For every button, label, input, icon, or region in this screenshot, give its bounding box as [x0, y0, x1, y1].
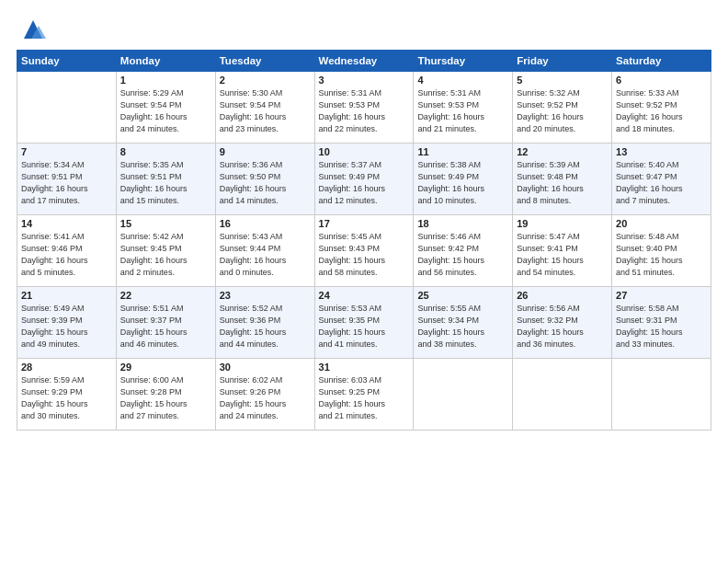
cell-4-0: 28Sunrise: 5:59 AM Sunset: 9:29 PM Dayli…: [17, 359, 117, 431]
cell-info: Sunrise: 5:29 AM Sunset: 9:54 PM Dayligh…: [120, 87, 211, 135]
cell-info: Sunrise: 5:34 AM Sunset: 9:51 PM Dayligh…: [21, 159, 112, 207]
cell-info: Sunrise: 5:55 AM Sunset: 9:34 PM Dayligh…: [417, 303, 508, 350]
cell-info: Sunrise: 5:37 AM Sunset: 9:49 PM Dayligh…: [319, 159, 410, 207]
logo-icon: [20, 17, 46, 42]
day-number: 12: [517, 146, 608, 157]
cell-4-2: 30Sunrise: 6:02 AM Sunset: 9:26 PM Dayli…: [215, 359, 314, 431]
cell-info: Sunrise: 5:43 AM Sunset: 9:44 PM Dayligh…: [220, 231, 311, 279]
cell-info: Sunrise: 6:02 AM Sunset: 9:26 PM Dayligh…: [220, 374, 311, 422]
cell-2-1: 15Sunrise: 5:42 AM Sunset: 9:45 PM Dayli…: [116, 215, 215, 287]
day-number: 11: [417, 146, 508, 157]
cell-info: Sunrise: 5:41 AM Sunset: 9:46 PM Dayligh…: [21, 231, 112, 279]
cell-info: Sunrise: 5:58 AM Sunset: 9:31 PM Dayligh…: [616, 303, 707, 350]
cell-info: Sunrise: 5:42 AM Sunset: 9:45 PM Dayligh…: [120, 231, 211, 279]
day-number: 19: [517, 218, 608, 229]
cell-0-4: 4Sunrise: 5:31 AM Sunset: 9:53 PM Daylig…: [414, 72, 513, 144]
cell-info: Sunrise: 5:31 AM Sunset: 9:53 PM Dayligh…: [417, 87, 508, 135]
col-header-thursday: Thursday: [414, 51, 513, 72]
day-number: 28: [21, 362, 112, 373]
cell-2-3: 17Sunrise: 5:45 AM Sunset: 9:43 PM Dayli…: [314, 215, 414, 287]
cell-info: Sunrise: 5:52 AM Sunset: 9:36 PM Dayligh…: [220, 303, 311, 350]
cell-3-0: 21Sunrise: 5:49 AM Sunset: 9:39 PM Dayli…: [17, 287, 117, 359]
cell-2-0: 14Sunrise: 5:41 AM Sunset: 9:46 PM Dayli…: [17, 215, 117, 287]
cell-3-4: 25Sunrise: 5:55 AM Sunset: 9:34 PM Dayli…: [414, 287, 513, 359]
cell-3-6: 27Sunrise: 5:58 AM Sunset: 9:31 PM Dayli…: [612, 287, 711, 359]
cell-info: Sunrise: 5:35 AM Sunset: 9:51 PM Dayligh…: [120, 159, 211, 207]
logo: [17, 17, 46, 42]
header: [17, 17, 711, 42]
week-row-1: 7Sunrise: 5:34 AM Sunset: 9:51 PM Daylig…: [17, 144, 711, 215]
day-number: 25: [417, 290, 508, 301]
cell-0-3: 3Sunrise: 5:31 AM Sunset: 9:53 PM Daylig…: [314, 72, 414, 144]
day-number: 23: [220, 290, 311, 301]
day-number: 24: [319, 290, 410, 301]
col-header-friday: Friday: [513, 51, 612, 72]
cell-0-0: [17, 72, 117, 144]
day-number: 31: [319, 362, 410, 373]
day-number: 26: [517, 290, 608, 301]
day-number: 16: [220, 218, 311, 229]
cell-info: Sunrise: 5:31 AM Sunset: 9:53 PM Dayligh…: [319, 87, 410, 135]
cell-0-1: 1Sunrise: 5:29 AM Sunset: 9:54 PM Daylig…: [116, 72, 215, 144]
cell-info: Sunrise: 5:32 AM Sunset: 9:52 PM Dayligh…: [517, 87, 608, 135]
day-number: 20: [616, 218, 707, 229]
day-number: 10: [319, 146, 410, 157]
cell-2-5: 19Sunrise: 5:47 AM Sunset: 9:41 PM Dayli…: [513, 215, 612, 287]
cell-info: Sunrise: 6:03 AM Sunset: 9:25 PM Dayligh…: [319, 374, 410, 422]
page: SundayMondayTuesdayWednesdayThursdayFrid…: [0, 0, 728, 563]
cell-info: Sunrise: 5:53 AM Sunset: 9:35 PM Dayligh…: [319, 303, 410, 350]
cell-info: Sunrise: 5:46 AM Sunset: 9:42 PM Dayligh…: [417, 231, 508, 279]
week-row-3: 21Sunrise: 5:49 AM Sunset: 9:39 PM Dayli…: [17, 287, 711, 359]
day-number: 27: [616, 290, 707, 301]
cell-info: Sunrise: 5:36 AM Sunset: 9:50 PM Dayligh…: [220, 159, 311, 207]
cell-4-5: [513, 359, 612, 431]
cell-4-4: [414, 359, 513, 431]
cell-2-2: 16Sunrise: 5:43 AM Sunset: 9:44 PM Dayli…: [215, 215, 314, 287]
cell-4-6: [612, 359, 711, 431]
cell-info: Sunrise: 5:51 AM Sunset: 9:37 PM Dayligh…: [120, 303, 211, 350]
cell-info: Sunrise: 5:48 AM Sunset: 9:40 PM Dayligh…: [616, 231, 707, 279]
cell-2-4: 18Sunrise: 5:46 AM Sunset: 9:42 PM Dayli…: [414, 215, 513, 287]
day-number: 13: [616, 146, 707, 157]
calendar-table: SundayMondayTuesdayWednesdayThursdayFrid…: [17, 50, 711, 431]
day-number: 29: [120, 362, 211, 373]
col-header-wednesday: Wednesday: [314, 51, 414, 72]
col-header-tuesday: Tuesday: [215, 51, 314, 72]
col-header-sunday: Sunday: [17, 51, 117, 72]
cell-info: Sunrise: 5:33 AM Sunset: 9:52 PM Dayligh…: [616, 87, 707, 135]
cell-1-4: 11Sunrise: 5:38 AM Sunset: 9:49 PM Dayli…: [414, 144, 513, 215]
cell-info: Sunrise: 5:59 AM Sunset: 9:29 PM Dayligh…: [21, 374, 112, 422]
cell-info: Sunrise: 6:00 AM Sunset: 9:28 PM Dayligh…: [120, 374, 211, 422]
cell-1-2: 9Sunrise: 5:36 AM Sunset: 9:50 PM Daylig…: [215, 144, 314, 215]
cell-info: Sunrise: 5:56 AM Sunset: 9:32 PM Dayligh…: [517, 303, 608, 350]
col-header-monday: Monday: [116, 51, 215, 72]
cell-4-1: 29Sunrise: 6:00 AM Sunset: 9:28 PM Dayli…: [116, 359, 215, 431]
cell-3-3: 24Sunrise: 5:53 AM Sunset: 9:35 PM Dayli…: [314, 287, 414, 359]
cell-1-3: 10Sunrise: 5:37 AM Sunset: 9:49 PM Dayli…: [314, 144, 414, 215]
day-number: 30: [220, 362, 311, 373]
day-number: 7: [21, 146, 112, 157]
day-number: 21: [21, 290, 112, 301]
cell-0-5: 5Sunrise: 5:32 AM Sunset: 9:52 PM Daylig…: [513, 72, 612, 144]
day-number: 17: [319, 218, 410, 229]
cell-3-5: 26Sunrise: 5:56 AM Sunset: 9:32 PM Dayli…: [513, 287, 612, 359]
cell-3-2: 23Sunrise: 5:52 AM Sunset: 9:36 PM Dayli…: [215, 287, 314, 359]
day-number: 14: [21, 218, 112, 229]
cell-1-6: 13Sunrise: 5:40 AM Sunset: 9:47 PM Dayli…: [612, 144, 711, 215]
cell-2-6: 20Sunrise: 5:48 AM Sunset: 9:40 PM Dayli…: [612, 215, 711, 287]
cell-4-3: 31Sunrise: 6:03 AM Sunset: 9:25 PM Dayli…: [314, 359, 414, 431]
day-number: 4: [417, 75, 508, 86]
week-row-0: 1Sunrise: 5:29 AM Sunset: 9:54 PM Daylig…: [17, 72, 711, 144]
cell-info: Sunrise: 5:39 AM Sunset: 9:48 PM Dayligh…: [517, 159, 608, 207]
cell-3-1: 22Sunrise: 5:51 AM Sunset: 9:37 PM Dayli…: [116, 287, 215, 359]
cell-info: Sunrise: 5:38 AM Sunset: 9:49 PM Dayligh…: [417, 159, 508, 207]
cell-info: Sunrise: 5:49 AM Sunset: 9:39 PM Dayligh…: [21, 303, 112, 350]
cell-1-0: 7Sunrise: 5:34 AM Sunset: 9:51 PM Daylig…: [17, 144, 117, 215]
day-number: 22: [120, 290, 211, 301]
col-header-saturday: Saturday: [612, 51, 711, 72]
cell-0-6: 6Sunrise: 5:33 AM Sunset: 9:52 PM Daylig…: [612, 72, 711, 144]
day-number: 18: [417, 218, 508, 229]
day-number: 6: [616, 75, 707, 86]
cell-1-1: 8Sunrise: 5:35 AM Sunset: 9:51 PM Daylig…: [116, 144, 215, 215]
day-number: 2: [220, 75, 311, 86]
